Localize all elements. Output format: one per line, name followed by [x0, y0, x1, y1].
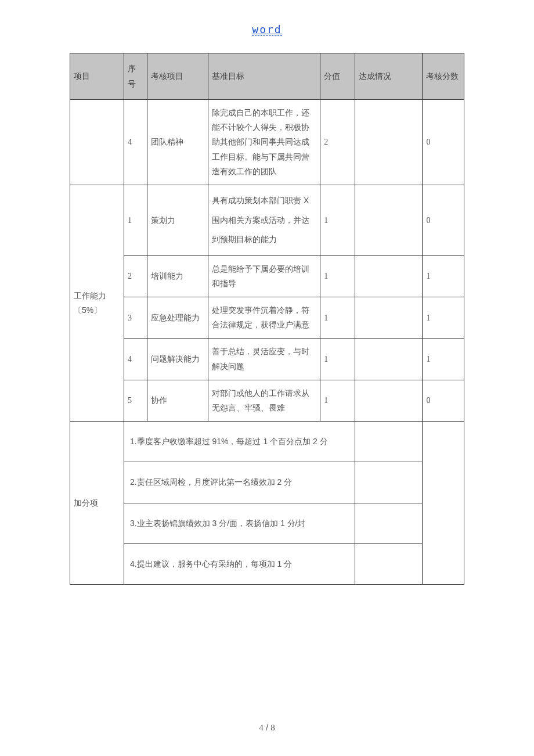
cell-result: 0 [423, 100, 464, 185]
col-seq-header: 序号 [124, 53, 147, 100]
cell-result: 1 [423, 255, 464, 297]
cell-criteria: 除完成自己的本职工作，还能不计较个人得失，积极协助其他部门和同事共同达成工作目标… [208, 100, 320, 185]
bonus-row: 3.业主表扬锦旗绩效加 3 分/面，表扬信加 1 分/封 [70, 503, 464, 543]
cell-seq: 4 [124, 339, 147, 380]
cell-seq: 2 [124, 255, 147, 297]
cell-project-bonus: 加分项 [70, 422, 124, 585]
cell-item: 协作 [147, 380, 208, 421]
cell-project-ability: 工作能力〔5%〕 [70, 185, 124, 421]
page-sep: / [264, 722, 271, 732]
bonus-item: 2.责任区域周检，月度评比第一名绩效加 2 分 [124, 462, 355, 503]
cell-project [70, 100, 124, 185]
bonus-result [423, 422, 464, 585]
col-project-header: 项目 [70, 53, 124, 100]
table-row: 4 团队精神 除完成自己的本职工作，还能不计较个人得失，积极协助其他部门和同事共… [70, 100, 464, 185]
cell-item: 团队精神 [147, 100, 208, 185]
cell-seq: 3 [124, 297, 147, 339]
table-row: 5 协作 对部门或他人的工作请求从无怨言、牢骚、畏难 1 0 [70, 380, 464, 421]
cell-score: 1 [320, 380, 355, 421]
table-header-row: 项目 序号 考核项目 基准目标 分值 达成情况 考核分数 [70, 53, 464, 100]
cell-item: 培训能力 [147, 255, 208, 297]
cell-status [355, 255, 423, 297]
cell-item: 策划力 [147, 185, 208, 255]
page-total: 8 [270, 723, 275, 732]
header-link: word [0, 0, 534, 53]
bonus-status [355, 422, 423, 462]
cell-status [355, 185, 423, 255]
assessment-table: 项目 序号 考核项目 基准目标 分值 达成情况 考核分数 4 团队精神 除完成自… [70, 53, 464, 585]
table-row: 2 培训能力 总是能给予下属必要的培训和指导 1 1 [70, 255, 464, 297]
cell-score: 1 [320, 255, 355, 297]
bonus-status [355, 503, 423, 543]
cell-score: 1 [320, 185, 355, 255]
col-result-header: 考核分数 [423, 53, 464, 100]
cell-seq: 5 [124, 380, 147, 421]
table-row: 3 应急处理能力 处理突发事件沉着冷静，符合法律规定，获得业户满意 1 1 [70, 297, 464, 339]
col-criteria-header: 基准目标 [208, 53, 320, 100]
col-item-header: 考核项目 [147, 53, 208, 100]
bonus-status [355, 543, 423, 584]
cell-seq: 4 [124, 100, 147, 185]
bonus-row: 加分项 1.季度客户收缴率超过 91%，每超过 1 个百分点加 2 分 [70, 422, 464, 462]
table-row: 工作能力〔5%〕 1 策划力 具有成功策划本部门职责 X 围内相关方案或活动，并… [70, 185, 464, 255]
page-footer: 4 / 8 [0, 722, 534, 733]
cell-item: 应急处理能力 [147, 297, 208, 339]
cell-criteria: 对部门或他人的工作请求从无怨言、牢骚、畏难 [208, 380, 320, 421]
cell-score: 1 [320, 339, 355, 380]
bonus-status [355, 462, 423, 503]
cell-criteria: 善于总结，灵活应变，与时解决问题 [208, 339, 320, 380]
cell-status [355, 380, 423, 421]
cell-score: 2 [320, 100, 355, 185]
bonus-row: 4.提出建议，服务中心有采纳的，每项加 1 分 [70, 543, 464, 584]
col-status-header: 达成情况 [355, 53, 423, 100]
bonus-item: 1.季度客户收缴率超过 91%，每超过 1 个百分点加 2 分 [124, 422, 355, 462]
table-row: 4 问题解决能力 善于总结，灵活应变，与时解决问题 1 1 [70, 339, 464, 380]
cell-result: 1 [423, 339, 464, 380]
page-current: 4 [259, 723, 264, 732]
cell-result: 0 [423, 185, 464, 255]
cell-seq: 1 [124, 185, 147, 255]
cell-status [355, 297, 423, 339]
cell-criteria: 总是能给予下属必要的培训和指导 [208, 255, 320, 297]
bonus-row: 2.责任区域周检，月度评比第一名绩效加 2 分 [70, 462, 464, 503]
cell-item: 问题解决能力 [147, 339, 208, 380]
cell-status [355, 339, 423, 380]
cell-score: 1 [320, 297, 355, 339]
cell-result: 0 [423, 380, 464, 421]
cell-result: 1 [423, 297, 464, 339]
cell-status [355, 100, 423, 185]
bonus-item: 4.提出建议，服务中心有采纳的，每项加 1 分 [124, 543, 355, 584]
word-link[interactable]: word [252, 23, 282, 36]
cell-criteria: 具有成功策划本部门职责 X 围内相关方案或活动，并达到预期目标的能力 [208, 185, 320, 255]
col-score-header: 分值 [320, 53, 355, 100]
cell-criteria: 处理突发事件沉着冷静，符合法律规定，获得业户满意 [208, 297, 320, 339]
bonus-item: 3.业主表扬锦旗绩效加 3 分/面，表扬信加 1 分/封 [124, 503, 355, 543]
